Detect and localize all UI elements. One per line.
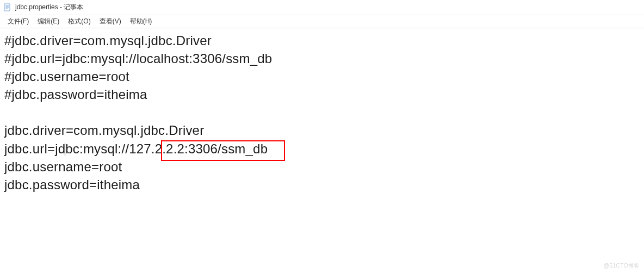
- text-line: #jdbc.url=jdbc:mysql://localhost:3306/ss…: [4, 49, 640, 67]
- text-line-blank: [4, 103, 640, 121]
- watermark-text: @51CTO博客: [604, 262, 640, 270]
- menu-edit[interactable]: 编辑(E): [33, 17, 64, 26]
- notepad-icon: [3, 3, 12, 12]
- text-line: jdbc.username=root: [4, 158, 640, 176]
- window-title: jdbc.properties - 记事本: [15, 3, 83, 12]
- text-line-part: jdbc.url=jd: [4, 141, 65, 156]
- text-line: jdbc.driver=com.mysql.jdbc.Driver: [4, 121, 640, 139]
- menu-view[interactable]: 查看(V): [95, 17, 126, 26]
- text-line-part: bc:mysql://127.2.2.2:3306/ssm_db: [65, 141, 268, 156]
- window-titlebar: jdbc.properties - 记事本: [0, 0, 644, 15]
- menu-help[interactable]: 帮助(H): [126, 17, 157, 26]
- title-filename: jdbc.properties: [15, 3, 58, 11]
- title-appname: 记事本: [64, 3, 83, 11]
- text-line: jdbc.url=jdbc:mysql://127.2.2.2:3306/ssm…: [4, 140, 640, 158]
- title-separator: -: [58, 3, 64, 11]
- text-line: jdbc.password=itheima: [4, 176, 640, 194]
- menu-format[interactable]: 格式(O): [64, 17, 95, 26]
- text-line: #jdbc.driver=com.mysql.jdbc.Driver: [4, 32, 640, 49]
- menu-file[interactable]: 文件(F): [3, 17, 33, 26]
- text-line: #jdbc.password=itheima: [4, 85, 640, 103]
- menubar: 文件(F) 编辑(E) 格式(O) 查看(V) 帮助(H): [0, 15, 644, 28]
- text-line: #jdbc.username=root: [4, 67, 640, 85]
- editor-content[interactable]: #jdbc.driver=com.mysql.jdbc.Driver #jdbc…: [0, 28, 644, 197]
